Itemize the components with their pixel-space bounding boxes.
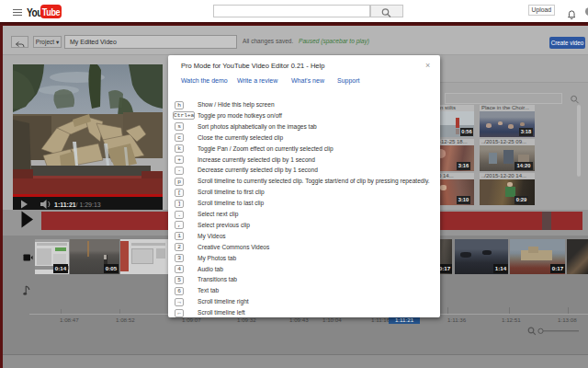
svg-text:1:11:21: 1:11:21 (54, 201, 76, 208)
svg-text:You: You (27, 6, 42, 18)
svg-text:/ 1:29:13: / 1:29:13 (75, 201, 100, 208)
svg-text:Tube: Tube (42, 6, 61, 17)
